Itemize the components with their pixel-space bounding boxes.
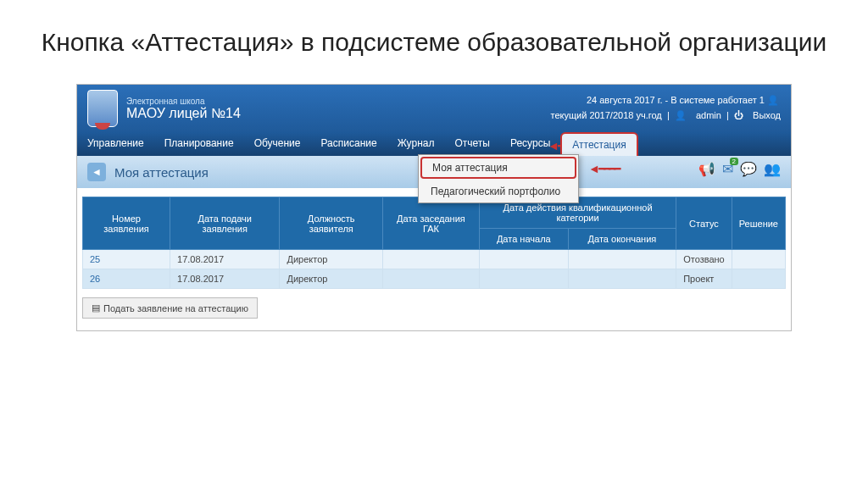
megaphone-icon[interactable]: 📢 <box>698 161 715 177</box>
th-gak: Дата заседания ГАК <box>382 197 479 250</box>
th-position: Должность заявителя <box>280 197 383 250</box>
header-right: 24 августа 2017 г. - В системе работает … <box>551 93 781 123</box>
cell-start <box>479 269 568 289</box>
content-area: Номер заявления Дата подачи заявления До… <box>77 188 791 330</box>
navbar: Управление Планирование Обучение Расписа… <box>77 132 791 156</box>
cell-status: Отозвано <box>676 250 732 269</box>
system-date: 24 августа 2017 г. - В системе работает … <box>587 95 765 105</box>
people-icon[interactable]: 👥 <box>764 161 781 177</box>
nav-attestation[interactable]: Аттестация <box>560 132 637 156</box>
cell-position: Директор <box>280 269 383 289</box>
dropdown-my-attestation[interactable]: Моя аттестация ◄━━━━ <box>420 157 576 179</box>
cell-end <box>568 269 676 289</box>
dropdown-item-label: Моя аттестация <box>432 162 508 174</box>
user-icon: 👤 <box>767 93 779 108</box>
nav-planning[interactable]: Планирование <box>154 132 244 156</box>
th-number: Номер заявления <box>83 197 170 250</box>
table-row: 26 17.08.2017 Директор Проект <box>83 269 786 289</box>
cell-decision <box>732 269 785 289</box>
school-year: текущий 2017/2018 уч.год <box>551 110 662 120</box>
slide-title: Кнопка «Аттестация» в подсистеме образов… <box>0 0 868 75</box>
header-subtitle: Электронная школа <box>126 97 551 106</box>
cell-end <box>568 250 676 269</box>
th-start: Дата начала <box>479 229 568 250</box>
mail-icon[interactable]: ✉2 <box>722 161 733 177</box>
cell-gak <box>382 250 479 269</box>
admin-link[interactable]: admin <box>696 110 721 120</box>
th-end: Дата окончания <box>568 229 676 250</box>
cell-date: 17.08.2017 <box>170 250 280 269</box>
th-status: Статус <box>676 197 732 250</box>
mail-badge: 2 <box>730 158 738 165</box>
th-decision: Решение <box>732 197 785 250</box>
cell-status: Проект <box>676 269 732 289</box>
nav-management[interactable]: Управление <box>77 132 154 156</box>
table-row: 25 17.08.2017 Директор Отозвано <box>83 250 786 269</box>
attestation-table: Номер заявления Дата подачи заявления До… <box>82 197 786 289</box>
submit-label: Подать заявление на аттестацию <box>103 303 248 313</box>
cell-position: Директор <box>280 250 383 269</box>
app-frame: Электронная школа МАОУ лицей №14 24 авгу… <box>76 84 792 331</box>
attestation-dropdown: Моя аттестация ◄━━━━ Педагогический порт… <box>418 154 579 203</box>
th-date: Дата подачи заявления <box>170 197 280 250</box>
header-left: Электронная школа МАОУ лицей №14 <box>126 97 551 121</box>
nav-journal[interactable]: Журнал <box>387 132 445 156</box>
chevron-left-icon: ◄ <box>92 166 102 178</box>
cell-decision <box>732 250 785 269</box>
header-title: МАОУ лицей №14 <box>126 106 551 121</box>
person-icon: 👤 <box>675 108 687 124</box>
cell-date: 17.08.2017 <box>170 269 280 289</box>
back-button[interactable]: ◄ <box>87 163 106 181</box>
page-title: Моя аттестация <box>114 165 209 180</box>
cell-start <box>479 250 568 269</box>
subheader-icons: 📢 ✉2 💬 👥 <box>698 161 781 177</box>
submit-application-button[interactable]: ▤ Подать заявление на аттестацию <box>82 297 258 319</box>
dropdown-portfolio[interactable]: Педагогический портфолио <box>419 180 578 202</box>
nav-education[interactable]: Обучение <box>244 132 311 156</box>
power-icon: ⏻ <box>734 108 743 124</box>
chat-icon[interactable]: 💬 <box>740 161 757 177</box>
nav-schedule[interactable]: Расписание <box>311 132 387 156</box>
arrow-annotation-item: ◄━━━━ <box>588 162 619 175</box>
logout-link[interactable]: Выход <box>753 110 781 120</box>
crest-logo <box>87 90 118 127</box>
cell-num[interactable]: 25 <box>83 250 170 269</box>
app-header: Электронная школа МАОУ лицей №14 24 авгу… <box>77 85 791 132</box>
document-icon: ▤ <box>92 302 100 313</box>
nav-reports[interactable]: Отчеты <box>444 132 499 156</box>
cell-gak <box>382 269 479 289</box>
cell-num[interactable]: 26 <box>83 269 170 289</box>
